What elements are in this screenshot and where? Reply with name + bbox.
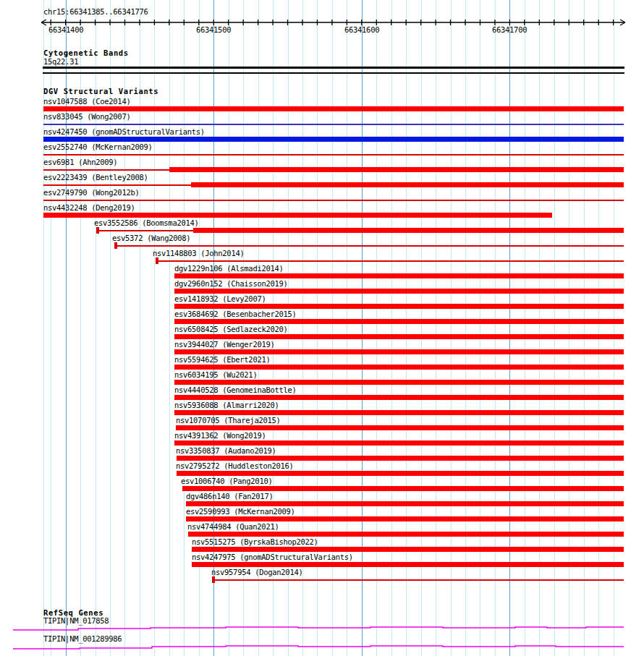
variant-row-label[interactable]: nsv5594625 (Ebert2021) [174, 356, 270, 364]
variant-row-label[interactable]: dgv1229n106 (Alsmadi2014) [174, 265, 284, 273]
ruler-coordinate-label: 66341400 [48, 26, 83, 34]
variant-row-label[interactable]: dgv2960n152 (Chaisson2019) [174, 280, 288, 288]
variant-row-label[interactable]: nsv6034195 (Wu2021) [174, 371, 257, 379]
ruler-coordinate-label: 66341700 [492, 26, 527, 34]
variant-row-label[interactable]: esv2590993 (McKernan2009) [186, 508, 295, 516]
ruler-coordinate-label: 66341600 [344, 26, 379, 34]
variant-row-label[interactable]: esv2223439 (Bentley2008) [43, 174, 148, 182]
variant-row-label[interactable]: nsv1070705 (Thareja2015) [176, 417, 281, 425]
dgv-track-header: DGV Structural Variants [43, 88, 158, 95]
variant-row-label[interactable]: esv3684692 (Besenbacher2015) [174, 310, 297, 318]
variant-row-label[interactable]: dgv486n140 (Fan2017) [186, 493, 273, 500]
variant-row-label[interactable]: esv2552740 (McKernan2009) [43, 143, 153, 151]
cytobands-header: Cytogenetic Bands [43, 49, 129, 57]
variant-row-label[interactable]: esv5372 (Wang2008) [112, 234, 190, 242]
variant-row-label[interactable]: nsv3944027 (Wenger2019) [174, 341, 275, 349]
variant-row-label[interactable]: nsv4247975 (gnomADStructuralVariants) [192, 553, 353, 561]
variant-row-label[interactable]: esv2749790 (Wong2012b) [43, 189, 139, 197]
variant-row-label[interactable]: nsv1047588 (Coe2014) [43, 98, 130, 106]
variant-row-label[interactable]: esv3552586 (Boomsma2014) [94, 219, 199, 227]
variant-row-label[interactable]: nsv2795272 (Huddleston2016) [176, 462, 294, 470]
variant-row-label[interactable]: nsv5936088 (Almarri2020) [174, 401, 279, 409]
variant-row-label[interactable]: nsv4247450 (gnomADStructuralVariants) [43, 128, 205, 136]
variant-row-label[interactable]: esv1006740 (Pang2010) [181, 477, 272, 485]
variant-row-label[interactable]: nsv4440528 (GenomeinaBottle) [174, 386, 297, 394]
gene-line[interactable] [13, 627, 624, 630]
variant-row-label[interactable]: nsv3350837 (Audano2019) [176, 447, 276, 455]
region-title: chr15:66341385..66341776 [43, 8, 148, 16]
variant-row-label[interactable]: nsv4744984 (Quan2021) [187, 523, 279, 531]
cytoband-name: 15q22.31 [43, 58, 78, 66]
gene-line[interactable] [13, 646, 624, 649]
variant-row-label[interactable]: nsv957954 (Dogan2014) [211, 568, 302, 576]
variant-row-label[interactable]: esv6981 (Ahn2009) [43, 158, 117, 166]
variant-row-label[interactable]: nsv6508425 (Sedlazeck2020) [174, 325, 288, 333]
variant-row-label[interactable]: nsv4391362 (Wong2019) [174, 432, 266, 440]
variant-row-label[interactable]: esv1418932 (Levy2007) [174, 295, 266, 303]
gene-label[interactable]: TIPIN|NM_001289986 [43, 635, 122, 643]
variant-row-label[interactable]: nsv1148803 (John2014) [153, 250, 244, 257]
gene-label[interactable]: TIPIN|NM_017858 [43, 617, 109, 625]
ruler-coordinate-label: 66341500 [196, 26, 231, 34]
genome-browser-view: chr15:66341385..66341776 663414006634150… [0, 0, 644, 656]
variant-row-label[interactable]: nsv833045 (Wong2007) [43, 113, 130, 121]
variant-row-label[interactable]: nsv4432248 (Deng2019) [43, 204, 135, 212]
variant-row-label[interactable]: nsv5515275 (ByrskaBishop2022) [192, 538, 318, 546]
